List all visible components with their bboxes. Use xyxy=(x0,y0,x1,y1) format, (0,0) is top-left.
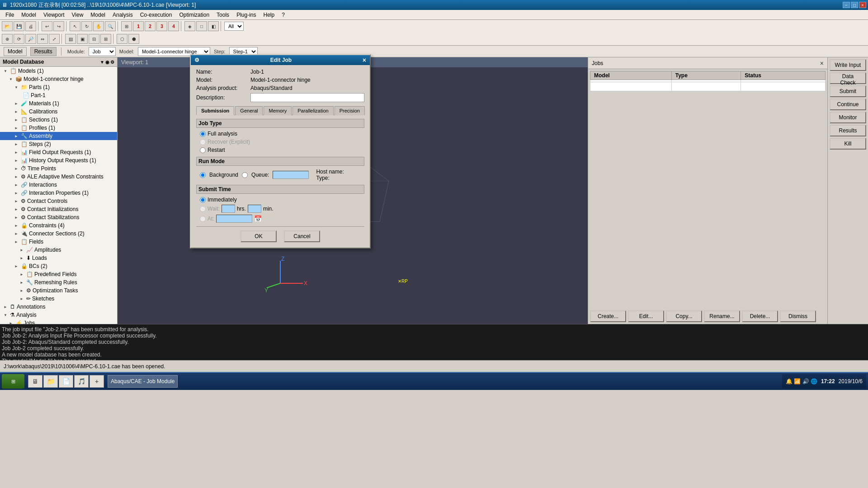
queue-input[interactable] xyxy=(273,171,309,179)
sidebar-icon-1[interactable]: ▼ xyxy=(100,60,104,65)
filter-combo[interactable]: All xyxy=(224,22,244,31)
tree-contact-controls[interactable]: ► ⚙ Contact Controls xyxy=(0,197,117,205)
menu-optimization[interactable]: Optimization xyxy=(175,11,213,19)
sidebar-icon-2[interactable]: ◉ xyxy=(105,60,109,65)
tree-sketches[interactable]: ► ✏ Sketches xyxy=(0,295,117,303)
sidebar-icon-3[interactable]: ⚙ xyxy=(110,60,114,65)
restart-radio[interactable] xyxy=(200,147,206,153)
dialog-close-button[interactable]: × xyxy=(363,56,366,64)
menu-analysis[interactable]: Analysis xyxy=(109,11,137,19)
tree-history-output[interactable]: ► 📊 History Output Requests (1) xyxy=(0,156,117,164)
dismiss-button[interactable]: Dismiss xyxy=(780,310,816,322)
tree-constraints[interactable]: ► 🔒 Constraints (4) xyxy=(0,221,117,230)
start-button[interactable]: ⊞ xyxy=(2,374,24,389)
tb2-top[interactable]: ⬢ xyxy=(128,34,139,44)
continue-button[interactable]: Continue xyxy=(830,99,866,110)
tree-analysis[interactable]: ▼ ⚗ Analysis xyxy=(0,311,117,319)
model-tab[interactable]: Model xyxy=(4,47,27,56)
taskbar-icon-2[interactable]: 📁 xyxy=(43,375,58,388)
menu-model2[interactable]: Model xyxy=(87,11,109,19)
menu-tools[interactable]: Tools xyxy=(213,11,233,19)
tb2-5[interactable]: ⤢ xyxy=(49,34,60,44)
tb-3[interactable]: 3 xyxy=(156,21,167,31)
immediately-radio[interactable] xyxy=(200,197,206,203)
tree-parts[interactable]: ▼ 📁 Parts (1) xyxy=(0,83,117,91)
monitor-button[interactable]: Monitor xyxy=(830,112,866,123)
taskbar-icon-4[interactable]: 🎵 xyxy=(74,375,89,388)
tree-ale[interactable]: ► ⚙ ALE Adaptive Mesh Constraints xyxy=(0,173,117,181)
tree-optim-tasks[interactable]: ► ⚙ Optimization Tasks xyxy=(0,286,117,295)
tb-2[interactable]: 2 xyxy=(145,21,156,31)
wait-radio[interactable] xyxy=(200,206,206,212)
tb-pan[interactable]: ✋ xyxy=(93,21,104,31)
delete-button[interactable]: Delete... xyxy=(742,310,778,322)
results-tab[interactable]: Results xyxy=(30,47,57,56)
tree-connector-sections[interactable]: ► 🔌 Connector Sections (2) xyxy=(0,230,117,238)
tab-submission[interactable]: Submission xyxy=(196,106,234,115)
tb-print[interactable]: 🖨 xyxy=(25,21,36,31)
full-analysis-radio[interactable] xyxy=(200,131,206,137)
tb-part[interactable]: □ xyxy=(196,21,207,31)
dialog-desc-input[interactable] xyxy=(250,93,364,102)
taskbar-icon-1[interactable]: 🖥 xyxy=(28,375,42,388)
tree-steps[interactable]: ► 📋 Steps (2) xyxy=(0,140,117,148)
menu-coexecution[interactable]: Co-execution xyxy=(137,11,176,19)
tree-field-output[interactable]: ► 📊 Field Output Requests (1) xyxy=(0,148,117,156)
tb2-1[interactable]: ⊕ xyxy=(2,34,13,44)
tb-select[interactable]: ↖ xyxy=(70,21,80,31)
menu-help2[interactable]: ? xyxy=(278,11,288,19)
taskbar-icon-3[interactable]: 📄 xyxy=(59,375,73,388)
tb-mesh[interactable]: ◈ xyxy=(184,21,195,31)
results-button[interactable]: Results xyxy=(830,125,866,136)
menu-model[interactable]: Model xyxy=(18,11,40,19)
tb2-8[interactable]: ⊟ xyxy=(89,34,99,44)
hrs-input[interactable] xyxy=(222,205,235,213)
tb2-4[interactable]: ⇔ xyxy=(37,34,48,44)
tree-bcs[interactable]: ► 🔒 BCs (2) xyxy=(0,262,117,270)
tree-contact-stab[interactable]: ► ⚙ Contact Stabilizations xyxy=(0,213,117,221)
tb2-3[interactable]: 🔎 xyxy=(25,34,36,44)
tree-calibrations[interactable]: ► 📐 Calibrations xyxy=(0,108,117,116)
ok-button[interactable]: OK xyxy=(241,230,277,242)
submit-button[interactable]: Submit xyxy=(830,85,866,97)
tree-loads[interactable]: ► ⬇ Loads xyxy=(0,254,117,262)
tree-model1[interactable]: ▼ 📦 Model-1-connector hinge xyxy=(0,75,117,83)
tab-general[interactable]: General xyxy=(235,106,263,115)
tree-fields[interactable]: ► 📋 Fields xyxy=(0,238,117,246)
tree-amplitudes[interactable]: ► 📈 Amplitudes xyxy=(0,246,117,254)
at-input[interactable] xyxy=(216,215,252,223)
menu-view[interactable]: View xyxy=(68,11,87,19)
tree-predef-fields[interactable]: ► 📋 Predefined Fields xyxy=(0,270,117,278)
taskbar-icon-5[interactable]: + xyxy=(90,375,104,388)
menu-file[interactable]: File xyxy=(2,11,18,19)
at-radio[interactable] xyxy=(200,216,206,222)
maximize-button[interactable]: □ xyxy=(851,2,858,8)
tab-precision[interactable]: Precision xyxy=(335,106,365,115)
tree-materials[interactable]: ► 🧪 Materials (1) xyxy=(0,99,117,108)
minimize-button[interactable]: − xyxy=(843,2,850,8)
tree-sections[interactable]: ► 📋 Sections (1) xyxy=(0,116,117,124)
menu-plugins[interactable]: Plug-ins xyxy=(233,11,259,19)
min-input[interactable] xyxy=(248,205,261,213)
tb2-6[interactable]: ▤ xyxy=(65,34,76,44)
tb-4[interactable]: 4 xyxy=(168,21,179,31)
tb-redo[interactable]: ↪ xyxy=(53,21,64,31)
tree-models[interactable]: ▼ 📋 Models (1) xyxy=(0,67,117,75)
edit-button[interactable]: Edit... xyxy=(628,310,664,322)
tb-open[interactable]: 📂 xyxy=(2,21,13,31)
background-radio[interactable] xyxy=(200,172,206,178)
tb-save[interactable]: 💾 xyxy=(14,21,24,31)
tab-memory[interactable]: Memory xyxy=(264,106,292,115)
copy-button[interactable]: Copy... xyxy=(666,310,702,322)
tree-interactions[interactable]: ► 🔗 Interactions xyxy=(0,181,117,189)
tb2-iso[interactable]: ⬡ xyxy=(117,34,127,44)
tb-1[interactable]: 1 xyxy=(133,21,144,31)
tb-undo[interactable]: ↩ xyxy=(42,21,52,31)
tab-parallelization[interactable]: Parallelization xyxy=(292,106,333,115)
tree-remeshing[interactable]: ► 🔧 Remeshing Rules xyxy=(0,278,117,286)
tree-profiles[interactable]: ► 📋 Profiles (1) xyxy=(0,124,117,132)
menu-viewport[interactable]: Viewport xyxy=(40,11,68,19)
kill-button[interactable]: Kill xyxy=(830,138,866,150)
tb2-7[interactable]: ▣ xyxy=(77,34,88,44)
create-button[interactable]: Create... xyxy=(590,310,626,322)
